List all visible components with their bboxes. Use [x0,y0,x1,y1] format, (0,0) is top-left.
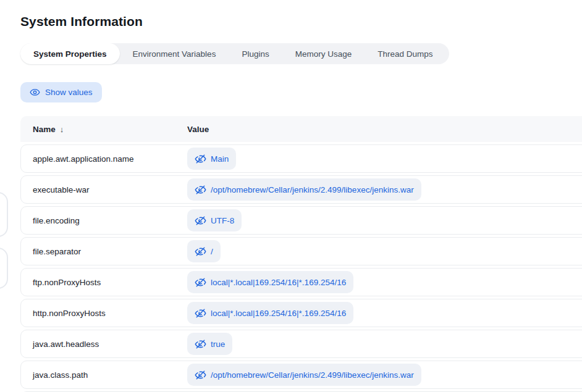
table-row: executable-war /opt/homebrew/Cellar/jenk… [20,175,582,204]
property-value: local|*.local|169.254/16|*.169.254/16 [211,278,346,287]
property-value: /opt/homebrew/Cellar/jenkins/2.499/libex… [211,370,414,380]
tab-plugins[interactable]: Plugins [229,43,282,64]
property-value: true [211,340,225,349]
property-name: apple.awt.application.name [21,154,187,164]
table-row: file.encoding UTF-8 [20,206,582,235]
eye-off-icon [195,369,206,381]
eye-off-icon [195,215,206,227]
table-row: ftp.nonProxyHosts local|*.local|169.254/… [20,268,582,296]
hidden-value-chip[interactable]: local|*.local|169.254/16|*.169.254/16 [187,302,353,324]
property-value: /opt/homebrew/Cellar/jenkins/2.499/libex… [211,185,414,194]
show-values-button[interactable]: Show values [20,82,102,102]
table-row: file.separator / [20,237,582,265]
tab-memory-usage[interactable]: Memory Usage [282,43,365,64]
column-header-name[interactable]: Name ↓ [20,125,187,134]
property-name: file.encoding [21,216,187,225]
table-row: apple.awt.application.name Main [20,144,582,173]
tab-bar: System PropertiesEnvironment VariablesPl… [20,43,449,64]
property-name: ftp.nonProxyHosts [21,278,187,287]
property-value: local|*.local|169.254/16|*.169.254/16 [211,309,346,318]
eye-off-icon [195,307,206,319]
system-information-page: { "page": { "title": "System Information… [0,0,582,392]
property-value: UTF-8 [211,216,234,225]
hidden-value-chip[interactable]: / [187,240,221,262]
eye-off-icon [195,153,206,165]
property-name: file.separator [21,247,187,256]
hidden-value-chip[interactable]: local|*.local|169.254/16|*.169.254/16 [187,271,353,293]
table-row: java.awt.headless true [20,330,582,358]
hidden-value-chip[interactable]: Main [187,148,236,170]
clipped-left-edge-button-bottom[interactable] [0,248,8,289]
eye-off-icon [195,338,206,350]
property-name: java.awt.headless [21,340,187,349]
property-name: http.nonProxyHosts [21,309,187,318]
property-name: executable-war [21,185,187,194]
hidden-value-chip[interactable]: UTF-8 [187,209,242,231]
tab-system-properties[interactable]: System Properties [20,43,120,64]
property-value: Main [211,154,229,164]
hidden-value-chip[interactable]: /opt/homebrew/Cellar/jenkins/2.499/libex… [187,178,421,201]
table-row: java.class.path /opt/homebrew/Cellar/jen… [20,361,582,389]
value-column-label: Value [187,125,209,134]
system-properties-table: Name ↓ Value apple.awt.application.name … [20,116,582,392]
tab-environment-variables[interactable]: Environment Variables [120,43,229,64]
property-name: java.class.path [21,370,187,380]
property-value: / [211,247,213,256]
sort-descending-icon: ↓ [60,125,64,134]
show-values-label: Show values [45,88,93,97]
hidden-value-chip[interactable]: true [187,333,232,355]
clipped-left-edge-button-top[interactable] [0,192,8,237]
eye-off-icon [195,277,206,288]
page-title: System Information [20,14,143,29]
table-row: http.nonProxyHosts local|*.local|169.254… [20,299,582,327]
name-column-label: Name [33,125,56,134]
eye-off-icon [195,246,206,257]
hidden-value-chip[interactable]: /opt/homebrew/Cellar/jenkins/2.499/libex… [187,364,421,386]
eye-off-icon [195,184,206,196]
tab-thread-dumps[interactable]: Thread Dumps [365,43,445,64]
column-header-value: Value [187,125,582,134]
eye-icon [30,87,40,98]
table-header: Name ↓ Value [20,116,582,142]
